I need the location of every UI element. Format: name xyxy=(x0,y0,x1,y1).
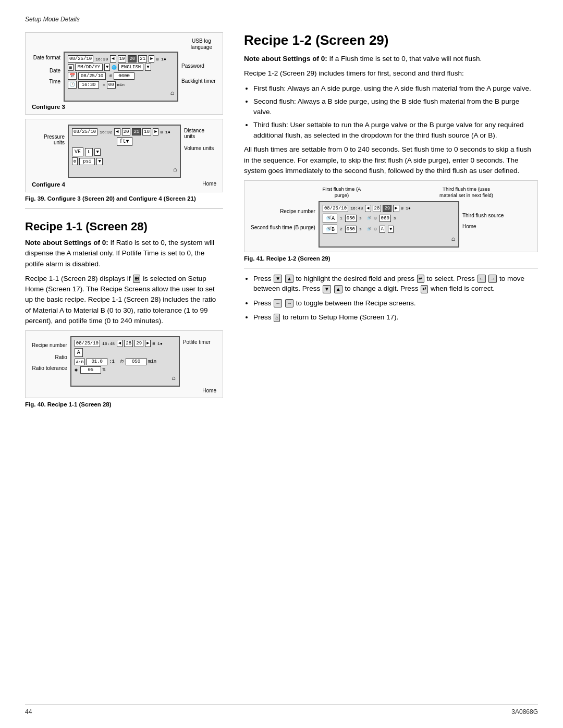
recipe-number-label: Recipe number xyxy=(32,342,67,348)
figure-39-config3: USB log language Date format Date xyxy=(25,32,223,115)
configure3-screen: 08/25/10 16:30 ◄ 19 20 21 ► ⊞ 1● ▦ MM/DD… xyxy=(64,52,178,102)
recipe29-screen: 08/25/10 16:48 ◄ 28 29 ► ⊞ 1● 🚿A 1 050 xyxy=(319,201,459,248)
up-arrow-icon-1: ▲ xyxy=(285,275,293,283)
down-arrow-icon-2: ▼ xyxy=(323,285,331,293)
ratio-tolerance-label: Ratio tolerance xyxy=(32,365,67,371)
recipe11-body: Recipe 1-1 (Screen 28) displays if ⊞ is … xyxy=(25,274,223,326)
page-footer: 44 3A0868G xyxy=(25,705,538,715)
up-arrow-icon-2: ▲ xyxy=(334,285,342,293)
fig39b-right-labels: Distance units Volume units xyxy=(184,125,216,157)
recipe28-left-labels: Recipe number Ratio Ratio tolerance xyxy=(32,336,67,371)
instruction-1: Press ▼ ▲ to highlight the desired field… xyxy=(253,274,538,294)
instruction-2: Press ← → to toggle between the Recipe s… xyxy=(253,298,538,309)
bullet-second-flush: Second flush: Always a B side purge, usi… xyxy=(253,96,538,117)
left-column: USB log language Date format Date xyxy=(25,32,223,414)
page: Setup Mode Details USB log language Dat xyxy=(0,0,563,728)
right-arrow-icon-1: → xyxy=(488,275,497,283)
right-arrow-icon-2: → xyxy=(285,299,293,307)
press-label-2: Press xyxy=(253,299,273,307)
down-arrow-icon-1: ▼ xyxy=(274,275,282,283)
recipe-number-ann: Recipe number xyxy=(251,208,315,214)
password-annotation: Password xyxy=(181,63,216,69)
potlife-timer-label: Potlife timer xyxy=(183,339,212,345)
home-icon-btn: ⌂ xyxy=(274,314,280,322)
recipe28-screen: 08/25/10 16:48 ◄ 28 29 ► ⊞ 1● A A:B xyxy=(70,336,180,387)
pressure-units-label: Pressure units xyxy=(32,134,65,145)
fig41-left-labels: Recipe number Second flush time (B purge… xyxy=(251,201,315,230)
recipe-icon: ⊞ xyxy=(133,275,140,283)
figure-41: First flush time (A purge) Third flush t… xyxy=(244,180,538,252)
fig41-right-labels: Third flush source Home xyxy=(462,201,504,229)
press-label-1: Press xyxy=(253,275,273,282)
doc-number: 3A0868G xyxy=(511,708,538,715)
configure4-label: Configure 4 xyxy=(32,181,65,188)
recipe11-note: Note about Settings of 0: If Ratio is se… xyxy=(25,238,223,269)
figure-40: Recipe number Ratio Ratio tolerance 08/2… xyxy=(25,330,223,398)
press-label-3: Press xyxy=(253,313,273,321)
enter-icon-2: ↵ xyxy=(421,285,428,293)
figure-39-caption: Fig. 39. Configure 3 (Screen 20) and Con… xyxy=(25,195,223,202)
date-format-label: Date format xyxy=(32,55,60,60)
instruction-3: Press ⌂ to return to Setup Home (Screen … xyxy=(253,312,538,323)
distance-units-annotation: Distance units xyxy=(184,128,216,139)
third-flush-time-annotation: Third flush time (uses material set in n… xyxy=(435,186,498,199)
volume-units-annotation: Volume units xyxy=(184,145,216,151)
instructions-list: Press ▼ ▲ to highlight the desired field… xyxy=(253,274,538,323)
figure-39-config4: Pressure units 08/25/10 16:32 ◄ 20 21 18… xyxy=(25,119,223,192)
fig39-left-labels: Date format Date Time xyxy=(32,52,60,84)
home-ann-fig41: Home xyxy=(462,224,504,229)
time-label: Time xyxy=(32,79,60,84)
flush-bullets: First flush: Always an A side purge, usi… xyxy=(253,83,538,141)
header-label: Setup Mode Details xyxy=(25,16,538,23)
first-flush-annotation: First flush time (A purge) xyxy=(316,186,368,199)
bullet-first-flush: First flush: Always an A side purge, usi… xyxy=(253,83,538,94)
third-flush-source-ann: Third flush source xyxy=(462,213,504,218)
fig39b-left-labels: Pressure units xyxy=(32,125,65,145)
recipe12-note: Note about Settings of 0: If a Flush tim… xyxy=(244,54,538,64)
second-flush-ann: Second flush time (B purge) xyxy=(251,225,315,230)
recipe12-body1: Recipe 1-2 (Screen 29) includes timers f… xyxy=(244,68,538,79)
enter-icon-1: ↵ xyxy=(417,275,424,283)
figure-41-caption: Fig. 41. Recipe 1-2 (Screen 29) xyxy=(244,255,538,262)
recipe-1-1-title: Recipe 1-1 (Screen 28) xyxy=(25,220,223,233)
ratio-label: Ratio xyxy=(32,354,67,360)
fig41-top-annotations: First flush time (A purge) Third flush t… xyxy=(282,186,531,199)
left-arrow-icon-1: ← xyxy=(478,275,486,283)
home-label-fig40: Home xyxy=(202,388,216,393)
figure-40-caption: Fig. 40. Recipe 1-1 (Screen 28) xyxy=(25,401,223,408)
recipe12-body2: All flush times are settable from 0 to 2… xyxy=(244,144,538,176)
right-column: Recipe 1-2 (Screen 29) Note about Settin… xyxy=(244,32,538,414)
page-number: 44 xyxy=(25,708,32,715)
configure3-label: Configure 3 xyxy=(32,104,216,110)
configure4-screen: 08/25/10 16:32 ◄ 20 21 18 ► ⊞ 1● ft▼ xyxy=(68,125,181,178)
recipe-1-2-title: Recipe 1-2 (Screen 29) xyxy=(244,32,538,48)
home-label-fig39: Home xyxy=(202,181,216,187)
bullet-third-flush: Third flush: User settable to run the A … xyxy=(253,120,538,140)
date-label: Date xyxy=(32,68,60,73)
recipe28-right-labels: Potlife timer xyxy=(183,336,212,353)
fig39-right-labels: Password Backlight timer xyxy=(181,52,216,84)
usb-log-annotation: USB log language xyxy=(191,38,212,51)
backlight-annotation: Backlight timer xyxy=(181,78,216,84)
two-column-layout: USB log language Date format Date xyxy=(25,32,538,414)
left-arrow-icon-2: ← xyxy=(274,299,282,307)
